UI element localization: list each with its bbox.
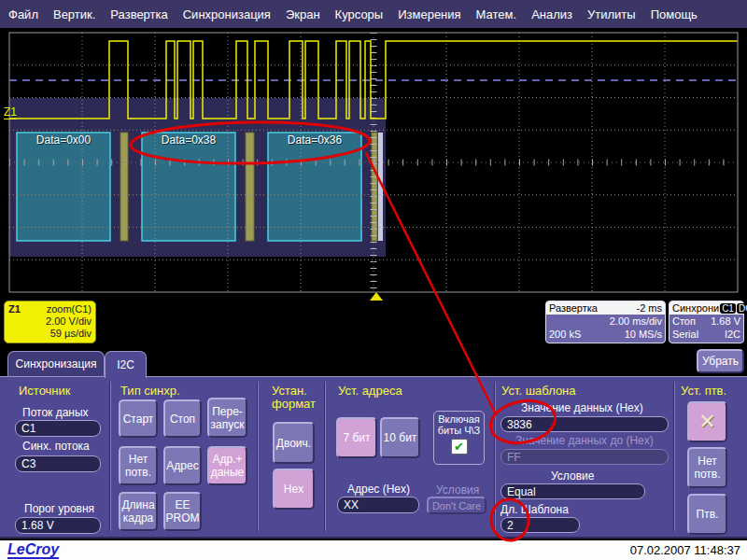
include-rw-bits-checkbox[interactable]: ✔ — [451, 439, 468, 455]
trigger-mode: Стоп — [672, 315, 696, 328]
format-hex-button[interactable]: Hex — [273, 469, 315, 510]
data-value-label: Значение данных (Hex) — [521, 402, 643, 414]
format-header: Устан. формат — [272, 385, 316, 411]
threshold-field[interactable]: 1.68 V — [15, 517, 101, 534]
timebase-descriptor-box[interactable]: Развертка -2 ms 2.00 ms/div 200 kS 10 MS… — [545, 301, 666, 343]
trigger-protocol: I2C — [725, 328, 740, 341]
trig-frame-length-button[interactable]: Длина кадра — [119, 492, 158, 531]
addr-7bit-button[interactable]: 7 бит — [336, 417, 377, 458]
lecroy-logo: LeCroy — [7, 541, 59, 559]
z1-function: zoom(C1) — [47, 303, 92, 315]
menu-analysis[interactable]: Анализ — [531, 7, 572, 21]
ack-ack-button[interactable]: Птв. — [687, 494, 727, 535]
z1-vdiv: 2.00 V/div — [8, 315, 92, 328]
data-to-field: FF — [500, 449, 669, 465]
trig-start-button[interactable]: Старт — [119, 399, 158, 438]
section-divider — [325, 382, 326, 531]
menu-file[interactable]: Файл — [8, 7, 38, 21]
menu-bar: Файл Вертик. Развертка Синхронизация Экр… — [0, 0, 747, 28]
trig-eeprom-button[interactable]: EE PROM — [163, 492, 202, 531]
data-value-field[interactable]: 3836 — [500, 416, 669, 432]
z1-tdiv: 59 µs/div — [8, 328, 92, 340]
include-rw-bits-label: Включая биты Ч\З — [438, 413, 480, 436]
i2c-data-label: Data=0x00 — [17, 133, 110, 147]
trigger-coupling-badge: DC — [737, 303, 747, 314]
trigger-title: Синхрони — [672, 301, 719, 315]
i2c-ack-bar — [246, 133, 254, 241]
sync-stream-label: Синх. потока — [22, 441, 90, 453]
i2c-data-block — [142, 133, 235, 241]
datetime: 07.02.2007 11:48:37 — [630, 543, 740, 557]
trig-noack-button[interactable]: Нет потв. — [119, 446, 158, 485]
trig-addr-data-button[interactable]: Адр.+ даные — [207, 446, 247, 485]
trigger-position-marker — [370, 292, 383, 301]
menu-utilities[interactable]: Утилиты — [587, 7, 636, 21]
section-divider — [258, 382, 259, 531]
data-to-label: Значение данных до (Hex) — [515, 435, 654, 447]
data-stream-field[interactable]: C1 — [15, 420, 101, 437]
timebase-title: Развертка — [549, 301, 598, 315]
i2c-ack-bar — [372, 133, 377, 241]
address-hex-label: Адрес (Hex) — [347, 483, 410, 496]
x-icon: ✕ — [698, 415, 715, 428]
address-hex-field[interactable]: XX — [337, 497, 419, 513]
trig-stop-button[interactable]: Стоп — [163, 399, 202, 438]
addr-10bit-button[interactable]: 10 бит — [380, 417, 420, 458]
section-divider — [674, 382, 675, 531]
trigger-descriptor-box[interactable]: Синхрони C1 DC Стоп 1.68 V Serial I2C — [669, 301, 744, 343]
z1-trace-marker[interactable]: Z1 — [4, 106, 17, 119]
pattern-header: Уст. шаблона — [501, 385, 576, 398]
timebase-tdiv: 2.00 ms/div — [546, 315, 665, 328]
ack-header: Уст. птв. — [681, 385, 726, 398]
trigger-kind: Serial — [672, 328, 698, 341]
data-stream-label: Поток даных — [22, 407, 89, 419]
trigger-type-header: Тип синхр. — [120, 385, 180, 398]
i2c-data-label: Data=0x38 — [142, 133, 235, 147]
timebase-delay: -2 ms — [637, 301, 663, 315]
trigger-level: 1.68 V — [711, 315, 740, 328]
pattern-length-field[interactable]: 2 — [500, 517, 580, 533]
menu-timebase[interactable]: Развертка — [110, 7, 167, 21]
trig-restart-button[interactable]: Пере- запуск — [207, 398, 247, 438]
tab-trigger[interactable]: Синхронизация — [7, 351, 105, 376]
i2c-data-block — [268, 133, 361, 241]
tab-i2c[interactable]: I2C — [105, 351, 147, 378]
ack-noack-button[interactable]: Нет потв. — [687, 447, 727, 488]
menu-display[interactable]: Экран — [286, 7, 320, 21]
menu-cursors[interactable]: Курсоры — [335, 7, 384, 21]
ack-none-button[interactable]: ✕ — [687, 401, 727, 442]
section-divider — [495, 382, 496, 531]
timebase-samples: 200 kS — [549, 328, 581, 341]
menu-trigger[interactable]: Синхронизация — [183, 7, 271, 21]
i2c-data-block — [17, 133, 110, 241]
i2c-stop-bar — [378, 133, 383, 241]
address-header: Уст. адреса — [338, 385, 402, 398]
menu-vertical[interactable]: Вертик. — [53, 7, 95, 21]
section-divider — [110, 382, 111, 531]
menu-measure[interactable]: Измерения — [398, 7, 460, 21]
source-header: Источник — [19, 385, 71, 398]
trig-address-button[interactable]: Адрес — [163, 446, 202, 485]
waveform-display — [0, 28, 747, 301]
format-binary-button[interactable]: Двоич. — [273, 422, 315, 464]
pattern-length-label: Дл. Шаблона — [500, 504, 569, 516]
timebase-rate: 10 MS/s — [625, 328, 662, 341]
trigger-source-badge: C1 — [720, 303, 736, 314]
z1-name: Z1 — [8, 303, 21, 315]
address-condition-button: Don't Care — [427, 497, 486, 514]
i2c-data-label: Data=0x36 — [268, 133, 361, 147]
z1-descriptor-box[interactable]: Z1 zoom(C1) 2.00 V/div 59 µs/div — [4, 301, 96, 343]
menu-math[interactable]: Матем. — [476, 7, 517, 21]
pattern-condition-label: Условие — [551, 470, 594, 483]
menu-help[interactable]: Помощь — [651, 7, 698, 21]
pattern-condition-field[interactable]: Equal — [500, 483, 645, 499]
i2c-ack-bar — [120, 133, 128, 241]
sync-stream-field[interactable]: C3 — [15, 455, 101, 472]
close-dialog-button[interactable]: Убрать — [697, 349, 744, 373]
threshold-label: Порог уровня — [24, 503, 94, 515]
include-rw-bits-group: Включая биты Ч\З ✔ — [433, 411, 485, 465]
address-condition-label: Условия — [436, 484, 479, 497]
